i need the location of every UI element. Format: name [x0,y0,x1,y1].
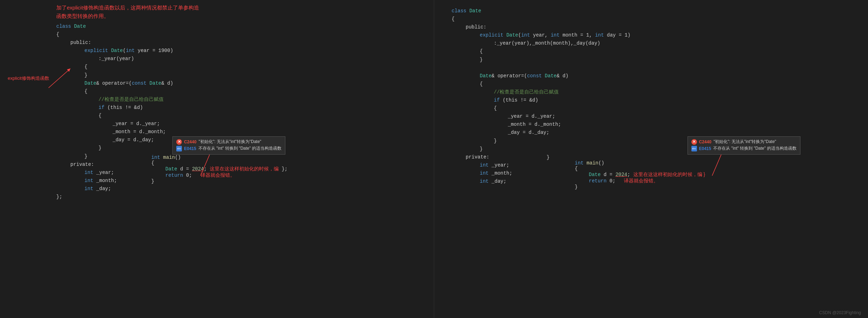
code-line-brace1: { [56,31,427,39]
error-icon-abc: abc [176,146,182,151]
r-code-explicit: explicit Date(int year, int month = 1, i… [452,31,861,39]
r-code-month: _month = d._month; [452,121,861,129]
left-error-popup: ✕ C2440 "初始化": 无法从"int"转换为"Date" abc E04… [172,136,285,155]
r-code-day: _day = d._day; [452,129,861,137]
r-main-line1: int main() [547,160,705,166]
r-code-init: :_year(year),_month(month),_day(day) [452,39,861,47]
r-error-icon-c: ✕ [691,139,697,145]
code-line-explicit: explicit Date(int year = 1900) [56,47,427,55]
code-line-if: if (this != &d) [56,104,427,112]
error-code-2: E0415 [184,146,196,151]
left-panel: 加了explicit修饰构造函数以后，这两种情况都禁止了单参构造函数类型转换的作… [0,0,434,318]
r-code-brace: { [452,15,861,23]
r-main-line5: } [547,184,705,190]
code-line-public: public: [56,39,427,47]
r-main-line2: { [547,166,705,171]
main-line5: } [151,179,287,184]
code-line-int-day: int _day; [56,185,427,193]
r-error-line-2: abc E0415 不存在从 "int" 转换到 "Date" 的适当构造函数 [691,145,797,151]
r-error-icon-abc: abc [691,146,697,151]
r-code-year: _year = d._year; [452,112,861,121]
code-line-open1: { [56,63,427,71]
error-code-1: C2440 [184,139,196,144]
footer: CSDN @2023Fighting [819,310,861,315]
code-line-close1: } [56,71,427,79]
side-label: explicit修饰构造函数 [8,74,49,82]
r-code-blank [452,64,861,72]
r-error-line-1: ✕ C2440 "初始化": 无法从"int"转换为"Date" [691,139,797,145]
main-line1: int main() [151,155,287,160]
r-error-code-2: E0415 [699,146,711,151]
main-line3: Date d = 2024; 这里在这这样初始化的时候，编 }; [151,166,287,172]
code-line-operator: Date& operator=(const Date& d) [56,79,427,87]
main-line2: { [151,160,287,166]
code-line-class: class Date [56,22,427,31]
main-line4: return 0; 译器就会报错。 [151,172,287,179]
r-main-close: } [547,155,705,160]
code-line-year-init: :_year(year) [56,55,427,63]
error-msg-2: 不存在从 "int" 转换到 "Date" 的适当构造函数 [198,145,281,151]
r-code-open1: { [452,47,861,56]
left-annotation: 加了explicit修饰构造函数以后，这两种情况都禁止了单参构造函数类型转换的作… [56,4,427,20]
r-code-open2: { [452,80,861,88]
right-main-code: } int main() { Date d = 2024; 这里在这这样初始化的… [547,155,705,190]
left-main-code: int main() { Date d = 2024; 这里在这这样初始化的时候… [151,155,287,184]
error-icon-c: ✕ [176,139,182,145]
r-main-line4: return 0; 译器就会报错。 [547,178,705,184]
r-code-class: class Date [452,7,861,15]
code-line-open2: { [56,87,427,96]
r-code-operator: Date& operator=(const Date& d) [452,72,861,80]
code-line-year-assign: _year = d._year; [56,120,427,128]
r-code-comment: //检查是否是自己给自己赋值 [452,88,861,96]
r-error-msg-2: 不存在从 "int" 转换到 "Date" 的适当构造函数 [713,145,796,151]
page-container: 加了explicit修饰构造函数以后，这两种情况都禁止了单参构造函数类型转换的作… [0,0,868,318]
r-code-public: public: [452,23,861,31]
error-msg-1: "初始化": 无法从"int"转换为"Date" [198,139,261,145]
right-error-popup: ✕ C2440 "初始化": 无法从"int"转换为"Date" abc E04… [688,136,800,155]
code-line-end: }; [56,193,427,201]
r-error-msg-1: "初始化": 无法从"int"转换为"Date" [714,139,776,145]
code-line-month-assign: _month = d._month; [56,128,427,136]
r-code-if: if (this != &d) [452,96,861,104]
footer-text: CSDN @2023Fighting [819,310,861,315]
r-main-line3: Date d = 2024; 这里在这这样初始化的时候，编 } [547,171,705,178]
code-line-open3: { [56,112,427,120]
error-line-2: abc E0415 不存在从 "int" 转换到 "Date" 的适当构造函数 [176,145,281,151]
r-code-open3: { [452,104,861,112]
error-line-1: ✕ C2440 "初始化": 无法从"int"转换为"Date" [176,139,281,145]
r-error-code-1: C2440 [699,139,711,144]
code-line-comment: //检查是否是自己给自己赋值 [56,96,427,104]
r-code-close1: } [452,56,861,64]
right-panel: class Date { public: explicit Date(int y… [434,0,868,318]
